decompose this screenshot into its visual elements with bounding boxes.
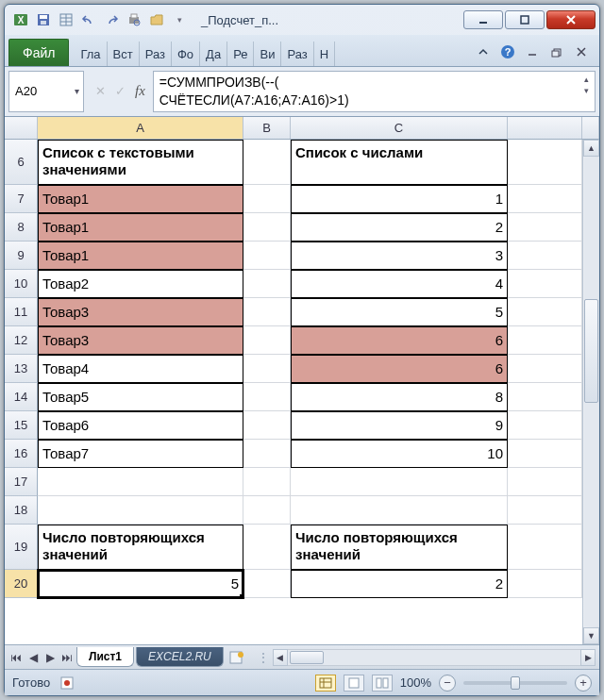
cell[interactable]: Товар4: [38, 355, 243, 383]
cell[interactable]: 5: [291, 298, 508, 326]
scroll-left-icon[interactable]: ◀: [273, 649, 288, 666]
cell[interactable]: [243, 213, 291, 242]
cell[interactable]: [243, 242, 291, 270]
cell[interactable]: [508, 298, 582, 326]
print-preview-icon[interactable]: [126, 11, 143, 28]
view-normal-icon[interactable]: [315, 675, 336, 692]
tab-next-icon[interactable]: ▶: [42, 651, 58, 664]
cancel-icon[interactable]: ✕: [95, 84, 106, 98]
cell[interactable]: Товар1: [38, 185, 243, 213]
cell[interactable]: 2: [291, 570, 508, 598]
row-header[interactable]: 9: [5, 242, 38, 270]
ribbon-tab[interactable]: Гла: [75, 42, 107, 66]
help-icon[interactable]: ?: [497, 42, 518, 62]
row-header[interactable]: 8: [5, 213, 38, 242]
cell[interactable]: [38, 496, 243, 525]
cell[interactable]: [243, 355, 291, 383]
cell[interactable]: Товар3: [38, 326, 243, 355]
cell[interactable]: [243, 496, 291, 525]
file-tab[interactable]: Файл: [8, 39, 69, 66]
formula-input[interactable]: =СУММПРОИЗВ(--( СЧЁТЕСЛИ(A7:A16;A7:A16)>…: [153, 71, 596, 112]
table-icon[interactable]: [58, 11, 75, 28]
cell[interactable]: [243, 298, 291, 326]
qat-down-icon[interactable]: ▾: [171, 11, 188, 28]
h-scroll-thumb[interactable]: [290, 651, 324, 664]
ribbon-tab[interactable]: Н: [314, 42, 335, 66]
view-page-break-icon[interactable]: [372, 675, 393, 692]
cell[interactable]: [508, 411, 582, 440]
ribbon-minimize-icon[interactable]: [473, 42, 494, 62]
select-all-corner[interactable]: [5, 117, 38, 139]
grid-body[interactable]: 6 Список с текстовыми значениями Список …: [5, 140, 599, 644]
cell[interactable]: [508, 355, 582, 383]
cell[interactable]: [243, 326, 291, 355]
row-header[interactable]: 13: [5, 355, 38, 383]
cell[interactable]: Товар6: [38, 411, 243, 440]
ribbon-tab[interactable]: Да: [200, 42, 227, 66]
cell-summary-label[interactable]: Число повторяющихся значений: [291, 525, 508, 570]
cell[interactable]: Товар7: [38, 440, 243, 468]
undo-icon[interactable]: [80, 11, 97, 28]
cell[interactable]: 9: [291, 411, 508, 440]
vertical-scrollbar[interactable]: ▲ ▼: [582, 140, 599, 644]
cell[interactable]: [508, 570, 582, 598]
scroll-up-icon[interactable]: ▲: [583, 140, 599, 157]
fx-icon[interactable]: fx: [135, 83, 145, 99]
cell[interactable]: 6: [291, 355, 508, 383]
cell[interactable]: [243, 411, 291, 440]
doc-minimize-icon[interactable]: [522, 42, 543, 62]
cell[interactable]: Товар3: [38, 298, 243, 326]
scroll-right-icon[interactable]: ▶: [580, 649, 596, 666]
name-box[interactable]: A20: [8, 71, 84, 112]
row-header[interactable]: 11: [5, 298, 38, 326]
row-header[interactable]: 20: [5, 570, 38, 598]
save-icon[interactable]: [35, 11, 52, 28]
zoom-thumb[interactable]: [511, 676, 520, 690]
zoom-in-icon[interactable]: +: [575, 675, 592, 692]
cell[interactable]: [243, 185, 291, 213]
row-header[interactable]: 16: [5, 440, 38, 468]
row-header[interactable]: 17: [5, 468, 38, 496]
row-header[interactable]: 15: [5, 411, 38, 440]
cell[interactable]: [291, 468, 508, 496]
cell[interactable]: 1: [291, 185, 508, 213]
column-header[interactable]: A: [38, 117, 243, 139]
tab-prev-icon[interactable]: ◀: [25, 651, 41, 664]
tab-first-icon[interactable]: ⏮: [8, 651, 24, 664]
cell-header-a[interactable]: Список с текстовыми значениями: [38, 140, 243, 185]
close-button[interactable]: [546, 10, 596, 29]
ribbon-tab[interactable]: Вст: [108, 42, 140, 66]
row-header[interactable]: 12: [5, 326, 38, 355]
scroll-thumb[interactable]: [584, 299, 598, 403]
view-page-layout-icon[interactable]: [344, 675, 364, 692]
cell[interactable]: [508, 270, 582, 298]
cell[interactable]: [508, 213, 582, 242]
zoom-slider[interactable]: [463, 681, 567, 685]
cell[interactable]: [291, 496, 508, 525]
cell[interactable]: [508, 525, 582, 570]
tab-last-icon[interactable]: ⏭: [59, 651, 75, 664]
column-header[interactable]: B: [243, 117, 291, 139]
sheet-tab[interactable]: EXCEL2.RU: [136, 647, 224, 667]
scroll-down-icon[interactable]: ▼: [583, 627, 599, 644]
redo-icon[interactable]: [103, 11, 120, 28]
cell[interactable]: [243, 383, 291, 411]
zoom-level[interactable]: 100%: [400, 675, 431, 690]
cell[interactable]: [243, 270, 291, 298]
cell[interactable]: [243, 468, 291, 496]
sheet-tab-active[interactable]: Лист1: [76, 647, 134, 667]
ribbon-tab[interactable]: Фо: [172, 42, 200, 66]
cell[interactable]: [508, 440, 582, 468]
cell[interactable]: [508, 468, 582, 496]
cell[interactable]: 2: [291, 213, 508, 242]
cell[interactable]: 8: [291, 383, 508, 411]
row-header[interactable]: 19: [5, 525, 38, 570]
column-header[interactable]: C: [291, 117, 508, 139]
ribbon-tab[interactable]: Ре: [227, 42, 254, 66]
minimize-button[interactable]: [463, 10, 503, 29]
cell[interactable]: Товар2: [38, 270, 243, 298]
scroll-track[interactable]: [584, 158, 598, 626]
cell[interactable]: [38, 468, 243, 496]
row-header[interactable]: 14: [5, 383, 38, 411]
cell[interactable]: [243, 140, 291, 185]
